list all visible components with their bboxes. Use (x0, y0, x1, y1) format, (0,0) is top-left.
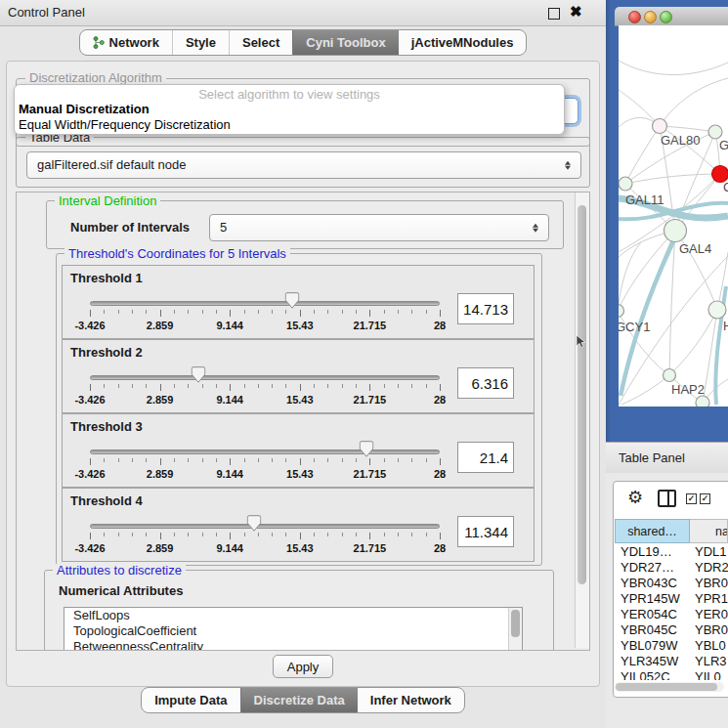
slider-track[interactable] (90, 450, 440, 454)
table-row[interactable]: YBL079WYBL0 (615, 638, 728, 654)
menu-item-equal-width-frequency[interactable]: Equal Width/Frequency Discretization (19, 117, 231, 132)
slider-tick (132, 310, 133, 314)
attribute-item[interactable]: TopologicalCoefficient (64, 623, 522, 639)
slider-tick (327, 533, 328, 536)
network-view-canvas[interactable]: GAL80GCGAL11GAL4GCY1HHAP2 (619, 25, 728, 407)
tab-label: Impute Data (154, 688, 227, 712)
tab-style[interactable]: Style (172, 30, 229, 55)
table-cell[interactable]: YBL079W (615, 638, 690, 654)
checkbox-icon[interactable]: ✓ (700, 493, 710, 504)
slider-tick (440, 458, 441, 465)
table-cell[interactable]: YDR2 (690, 560, 728, 576)
table-horizontal-scrollbar[interactable] (615, 682, 724, 692)
network-node[interactable] (653, 119, 667, 134)
slider-scale-label: 9.144 (216, 468, 243, 480)
number-of-intervals-combobox[interactable]: 5 (209, 214, 549, 241)
apply-button[interactable]: Apply (273, 655, 333, 678)
gear-icon[interactable]: ⚙ (627, 487, 643, 508)
threshold-1-value-field[interactable] (457, 293, 514, 324)
table-row[interactable]: YBR043CYBR0 (615, 576, 728, 591)
slider-track[interactable] (90, 524, 440, 529)
table-cell[interactable]: YLR345W (615, 654, 690, 669)
table-cell[interactable]: YDL1 (690, 544, 728, 560)
table-scrollbar-thumb[interactable] (616, 683, 717, 691)
table-cell[interactable]: YBR0 (690, 622, 728, 638)
attribute-item[interactable]: BetweennessCentrality (64, 639, 522, 651)
table-cell[interactable]: YIL052C (615, 669, 690, 680)
settings-scroll-panel: Interval Definition Number of Intervals … (16, 192, 590, 651)
table-cell[interactable]: YPR145W (615, 591, 690, 607)
threshold-3-value-field[interactable] (457, 442, 514, 473)
list-scrollbar-thumb[interactable] (511, 610, 520, 637)
network-node[interactable] (708, 125, 722, 139)
list-scrollbar[interactable] (508, 608, 522, 651)
network-node[interactable] (664, 220, 687, 242)
slider-thumb[interactable] (247, 515, 262, 532)
threshold-1-slider[interactable]: -3.4262.8599.14415.4321.71528 (90, 266, 440, 338)
slider-scale: -3.4262.8599.14415.4321.71528 (90, 320, 440, 331)
slider-tick (314, 458, 315, 462)
combo-spinner-icon[interactable] (533, 222, 539, 235)
table-panel-header: Table Panel (606, 442, 728, 474)
network-node[interactable] (696, 396, 709, 407)
network-node[interactable] (708, 301, 726, 319)
table-cell[interactable]: YPR1 (690, 591, 728, 607)
tab-network[interactable]: Network (80, 30, 172, 55)
minimize-traffic-light-icon[interactable] (644, 11, 657, 23)
float-window-icon[interactable] (548, 8, 560, 20)
tab-infer-network[interactable]: Infer Network (358, 688, 464, 712)
threshold-4-value-field[interactable] (457, 516, 514, 547)
table-row[interactable]: YBR045CYBR0 (615, 622, 728, 638)
zoom-traffic-light-icon[interactable] (660, 11, 672, 23)
tab-cyni-toolbox[interactable]: Cyni Toolbox (292, 30, 398, 55)
threshold-3-slider[interactable]: -3.4262.8599.14415.4321.71528 (90, 414, 440, 487)
settings-vertical-scrollbar[interactable] (575, 193, 589, 648)
table-row[interactable]: YDR27…YDR2 (615, 560, 728, 576)
close-icon[interactable]: ✖ (570, 3, 582, 21)
slider-track[interactable] (90, 375, 440, 380)
table-row[interactable]: YDL19…YDL1 (615, 544, 728, 560)
table-cell[interactable]: YER0 (690, 607, 728, 622)
table-row[interactable]: YER054CYER0 (615, 607, 728, 622)
table-row[interactable]: YLR345WYLR3 (615, 654, 728, 669)
column-header-shared-name[interactable]: shared… (615, 519, 690, 543)
numerical-attributes-list[interactable]: SelfLoopsTopologicalCoefficientBetweenne… (64, 607, 523, 651)
combo-spinner-icon[interactable] (565, 159, 572, 172)
checkbox-icon[interactable]: ✓ (686, 493, 697, 504)
settings-scrollbar-thumb[interactable] (578, 205, 586, 584)
table-cell[interactable]: YER054C (615, 607, 690, 622)
tab-select[interactable]: Select (229, 30, 292, 55)
network-node[interactable] (619, 305, 624, 318)
slider-tick (132, 533, 133, 536)
threshold-4-slider[interactable]: -3.4262.8599.14415.4321.71528 (90, 489, 440, 561)
table-cell[interactable]: YBL0 (690, 638, 728, 654)
close-traffic-light-icon[interactable] (628, 11, 641, 23)
table-data-combobox[interactable]: galFiltered.sif default node (26, 151, 581, 179)
network-node[interactable] (619, 177, 632, 191)
threshold-2-value-field[interactable] (457, 367, 514, 399)
slider-thumb[interactable] (359, 441, 373, 457)
table-cell[interactable]: YIL0 (690, 669, 728, 680)
table-cell[interactable]: YBR045C (615, 622, 690, 638)
slider-track[interactable] (90, 301, 440, 306)
slider-tick (202, 533, 203, 536)
table-cell[interactable]: YDR27… (615, 560, 690, 576)
tab-jactivemnodules[interactable]: jActiveMNodules (399, 30, 527, 55)
slider-thumb[interactable] (284, 292, 299, 309)
column-header-name[interactable]: na (690, 519, 728, 543)
slider-tick (272, 533, 273, 536)
menu-item-manual-discretization[interactable]: Manual Discretization (19, 102, 150, 116)
table-cell[interactable]: YDL19… (615, 544, 690, 560)
table-row[interactable]: YIL052CYIL0 (615, 669, 728, 680)
split-columns-icon[interactable] (658, 490, 676, 507)
table-cell[interactable]: YBR043C (615, 576, 690, 591)
table-cell[interactable]: YBR0 (690, 576, 728, 591)
threshold-2-slider[interactable]: -3.4262.8599.14415.4321.71528 (90, 340, 440, 412)
network-node[interactable] (664, 369, 676, 382)
tab-discretize-data[interactable]: Discretize Data (240, 688, 358, 712)
table-cell[interactable]: YLR3 (690, 654, 728, 669)
attribute-item[interactable]: SelfLoops (64, 608, 522, 623)
slider-thumb[interactable] (191, 366, 205, 383)
table-row[interactable]: YPR145WYPR1 (615, 591, 728, 607)
tab-impute-data[interactable]: Impute Data (142, 688, 239, 712)
